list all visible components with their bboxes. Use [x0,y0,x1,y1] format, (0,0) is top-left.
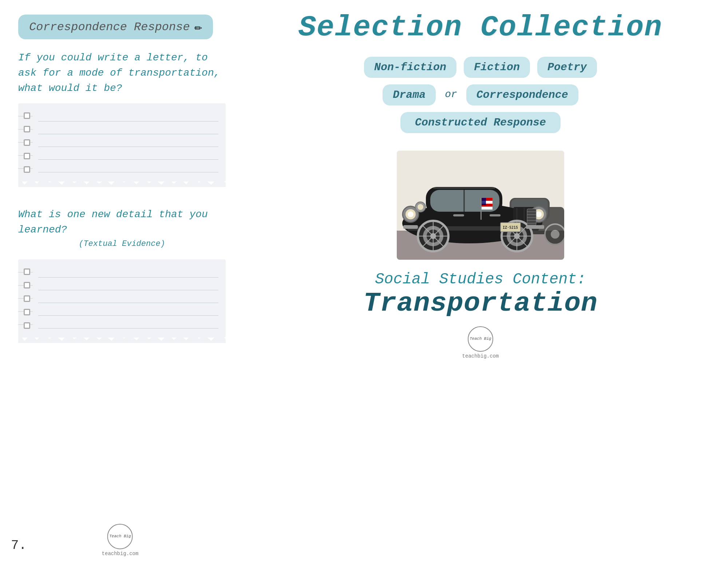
notebook-line [38,303,218,316]
notebook-line [38,109,218,121]
svg-point-25 [418,204,423,210]
svg-rect-50 [480,198,482,220]
ring [24,295,30,302]
notebook-line [38,316,218,328]
logo-circle-left: Teach Big [107,524,133,549]
notebook-2 [18,259,226,338]
ring [24,112,30,119]
ring [24,166,30,173]
notebook-line [38,134,218,147]
page-number: 7. [11,538,27,553]
notebook-line [38,160,218,172]
notebook-line [38,265,218,278]
notebook-lines-2 [38,265,218,328]
svg-rect-59 [403,225,418,229]
svg-rect-57 [490,214,500,216]
content-label: Social Studies Content: [375,271,586,288]
pill-or: or [443,84,459,105]
ring [24,153,30,159]
pill-nonfiction[interactable]: Non-fiction [364,57,456,78]
pills-row-3: Constructed Response [400,112,561,133]
svg-text:IZ·5215: IZ·5215 [503,226,518,230]
notebook-line [38,121,218,134]
logo-right: Teach Big teachbig.com [462,326,499,359]
prompt1-text: If you could write a letter, to ask for … [18,50,226,96]
notebook-line [38,147,218,160]
torn-bottom-2 [18,332,226,343]
svg-rect-42 [527,209,536,225]
ring [24,139,30,146]
svg-rect-55 [482,198,486,205]
car-svg: IZ·5215 [397,151,564,260]
notebook-rings-1 [24,103,30,182]
svg-rect-56 [453,214,464,216]
selection-title: Selection Collection [298,11,662,44]
logo-name-left: Teach Big [109,534,131,539]
logo-name-right: Teach Big [470,336,491,341]
logo-subtext-left: teachbig.com [102,551,139,557]
header-badge: Correspondence Response ✏️ [18,15,213,39]
pills-row-2: Drama or Correspondence [383,84,578,105]
right-panel: Selection Collection Non-fiction Fiction… [240,0,728,562]
svg-rect-54 [482,207,492,210]
torn-bottom-1 [18,176,226,187]
ring [24,322,30,329]
badge-label: Correspondence Response [29,20,190,34]
ring [24,126,30,132]
pill-correspondence[interactable]: Correspondence [466,84,578,105]
prompt2-text: What is one new detail that you learned? [18,207,226,238]
pill-drama[interactable]: Drama [383,84,436,105]
car-illustration: IZ·5215 [397,151,564,260]
prompt2-sub: (Textual Evidence) [18,239,226,248]
car-image-area: IZ·5215 [389,151,571,260]
pills-row-1: Non-fiction Fiction Poetry [364,57,597,78]
notebook-line [38,278,218,290]
ring [24,268,30,275]
notebook-1 [18,103,226,182]
pill-constructed-response[interactable]: Constructed Response [400,112,561,133]
notebook-lines-1 [38,109,218,172]
svg-point-8 [551,230,559,239]
logo-subtext-right: teachbig.com [462,353,499,359]
notebook-line [38,290,218,303]
left-panel: Correspondence Response ✏️ If you could … [0,0,240,562]
ring [24,309,30,315]
notebook-rings-2 [24,259,30,338]
pill-fiction[interactable]: Fiction [464,57,530,78]
pill-poetry[interactable]: Poetry [537,57,597,78]
logo-circle-right: Teach Big [468,326,493,352]
svg-rect-58 [526,225,544,229]
ring [24,282,30,288]
pencil-icon: ✏️ [194,19,202,35]
svg-point-23 [536,211,542,217]
content-subject: Transportation [363,288,598,319]
logo-left: Teach Big teachbig.com [102,524,139,557]
svg-point-20 [408,211,414,217]
